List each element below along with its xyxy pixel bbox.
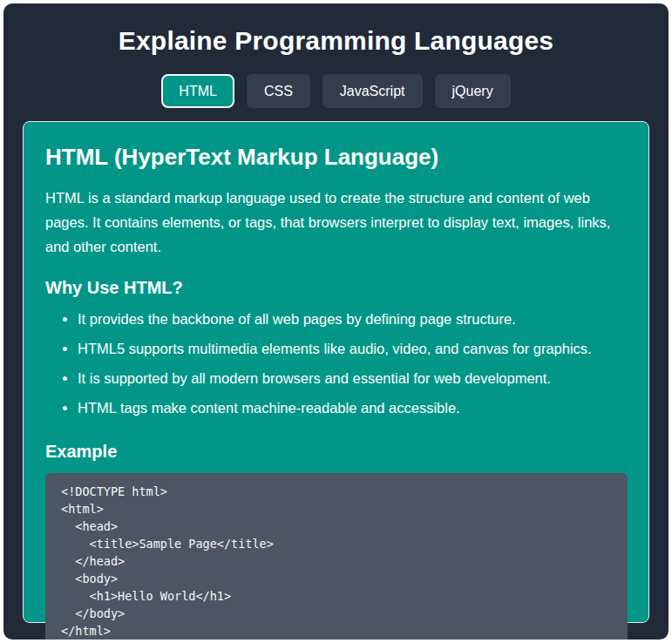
page-title: Explaine Programming Languages: [3, 26, 669, 56]
list-item: It provides the backbone of all web page…: [78, 309, 628, 329]
tab-jquery[interactable]: jQuery: [435, 74, 511, 108]
card-description: HTML is a standard markup language used …: [45, 186, 628, 259]
content-card: HTML (HyperText Markup Language) HTML is…: [23, 121, 649, 623]
app-container: Explaine Programming Languages HTML CSS …: [3, 3, 669, 640]
list-item: HTML5 supports multimedia elements like …: [78, 339, 628, 359]
list-item: It is supported by all modern browsers a…: [78, 369, 628, 389]
tab-javascript[interactable]: JavaScript: [322, 74, 423, 108]
card-heading: HTML (HyperText Markup Language): [45, 144, 628, 171]
tab-bar: HTML CSS JavaScript jQuery: [3, 74, 669, 108]
example-heading: Example: [45, 442, 628, 462]
code-block: <!DOCTYPE html> <html> <head> <title>Sam…: [45, 473, 628, 640]
list-item: HTML tags make content machine-readable …: [78, 398, 628, 418]
why-use-heading: Why Use HTML?: [45, 278, 628, 298]
tab-css[interactable]: CSS: [247, 74, 310, 108]
benefits-list: It provides the backbone of all web page…: [45, 309, 628, 418]
tab-html[interactable]: HTML: [161, 74, 234, 108]
